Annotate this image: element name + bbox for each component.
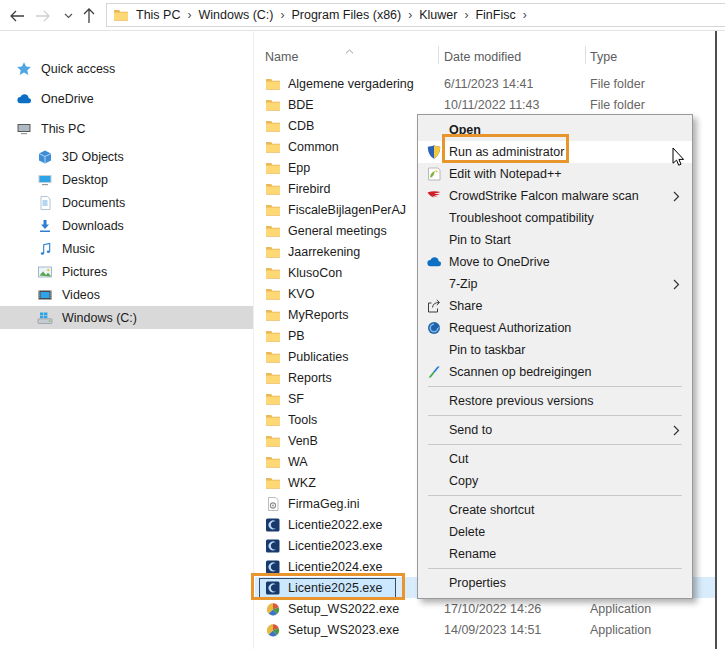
context-menu-item-edit-with-notepad[interactable]: Edit with Notepad++	[418, 163, 692, 185]
folder-icon	[265, 139, 281, 155]
file-name: KlusoCon	[288, 266, 342, 280]
context-menu-item-share[interactable]: Share	[418, 295, 692, 317]
context-menu-item-label: Open	[449, 123, 682, 137]
context-menu-item-label: Pin to taskbar	[449, 343, 682, 357]
breadcrumb-separator[interactable]: ›	[521, 8, 529, 22]
menu-separator	[428, 568, 682, 569]
breadcrumb-item-program-files-x86[interactable]: Program Files (x86)	[286, 8, 406, 22]
sidebar-item-label: Videos	[62, 288, 100, 302]
file-name-cell: FiscaleBijlagenPerAJ	[255, 200, 438, 220]
crowdstrike-falcon-icon	[425, 188, 442, 204]
context-menu-item-open[interactable]: Open	[418, 119, 692, 141]
sidebar-item-onedrive[interactable]: OneDrive	[0, 85, 253, 113]
context-menu-item-label: Properties	[449, 576, 682, 590]
column-header-type[interactable]: Type	[590, 50, 617, 64]
file-row-setup-ws2023-exe[interactable]: Setup_WS2023.exe14/09/2023 14:51Applicat…	[255, 619, 717, 640]
file-name-cell: Licentie2022.exe	[255, 515, 438, 535]
sidebar-item-quick-access[interactable]: Quick access	[0, 55, 253, 83]
sidebar-item-downloads[interactable]: Downloads	[0, 214, 253, 237]
context-menu-item-troubleshoot-compatibility[interactable]: Troubleshoot compatibility	[418, 207, 692, 229]
file-name-cell: VenB	[255, 431, 438, 451]
breadcrumb-item-finfisc[interactable]: FinFisc	[470, 8, 520, 22]
file-name-cell: Licentie2023.exe	[255, 536, 438, 556]
sidebar-item-label: Desktop	[62, 173, 108, 187]
sort-ascending-icon	[345, 43, 354, 57]
breadcrumb-item-this-pc[interactable]: This PC	[131, 8, 185, 22]
file-name: Epp	[288, 161, 310, 175]
context-menu-item-properties[interactable]: Properties	[418, 572, 692, 594]
file-name: WKZ	[288, 476, 316, 490]
sidebar-item-windows-c[interactable]: Windows (C:)	[0, 306, 253, 329]
sidebar-item-videos[interactable]: Videos	[0, 283, 253, 306]
notepad-plus-plus-icon	[425, 166, 442, 182]
pictures-icon	[37, 264, 54, 280]
folder-icon	[265, 391, 281, 407]
file-name-cell: KlusoCon	[255, 263, 438, 283]
file-name: PB	[288, 329, 305, 343]
sidebar-item-music[interactable]: Music	[0, 237, 253, 260]
context-menu-item-create-shortcut[interactable]: Create shortcut	[418, 499, 692, 521]
context-menu-item-run-as-administrator[interactable]: Run as administrator	[418, 141, 692, 163]
column-header-name[interactable]: Name	[265, 50, 298, 64]
file-name: Setup_WS2023.exe	[288, 623, 399, 637]
context-menu-item-request-authorization[interactable]: Request Authorization	[418, 317, 692, 339]
file-name: Setup_WS2022.exe	[288, 602, 399, 616]
file-date-modified: 17/10/2022 14:26	[438, 602, 585, 616]
context-menu-item-label: Cut	[449, 452, 682, 466]
recent-locations-chevron-down-icon[interactable]	[57, 7, 79, 25]
up-button[interactable]	[78, 7, 100, 25]
context-menu-item-label: 7-Zip	[449, 277, 673, 291]
file-row-setup-ws2022-exe[interactable]: Setup_WS2022.exe17/10/2022 14:26Applicat…	[255, 598, 717, 619]
breadcrumb-item-windows-c[interactable]: Windows (C:)	[193, 8, 278, 22]
this-pc-icon	[16, 121, 33, 137]
file-name-cell: WA	[255, 452, 438, 472]
folder-icon	[265, 223, 281, 239]
breadcrumb-item-kluwer[interactable]: Kluwer	[414, 8, 462, 22]
context-menu-item-copy[interactable]: Copy	[418, 470, 692, 492]
context-menu-item-pin-to-start[interactable]: Pin to Start	[418, 229, 692, 251]
context-menu-item-cut[interactable]: Cut	[418, 448, 692, 470]
file-name-cell: General meetings	[255, 221, 438, 241]
file-name-cell: FirmaGeg.ini	[255, 494, 438, 514]
folder-icon	[265, 118, 281, 134]
file-name: Firebird	[288, 182, 330, 196]
context-menu-item-pin-to-taskbar[interactable]: Pin to taskbar	[418, 339, 692, 361]
file-name: KVO	[288, 287, 314, 301]
file-name: Licentie2025.exe	[288, 581, 383, 595]
context-menu-item-move-to-onedrive[interactable]: Move to OneDrive	[418, 251, 692, 273]
context-menu-item-7-zip[interactable]: 7-Zip	[418, 273, 692, 295]
sidebar-item-label: Quick access	[41, 62, 115, 76]
context-menu-item-crowdstrike-falcon-malware-scan[interactable]: CrowdStrike Falcon malware scan	[418, 185, 692, 207]
file-name-cell: Algemene vergadering	[255, 74, 438, 94]
forward-button[interactable]	[32, 7, 54, 25]
context-menu-item-restore-previous-versions[interactable]: Restore previous versions	[418, 390, 692, 412]
file-name-cell: Epp	[255, 158, 438, 178]
column-divider[interactable]	[438, 46, 439, 64]
sidebar: Quick accessOneDriveThis PC3D ObjectsDes…	[0, 31, 254, 649]
file-row-algemene-vergadering[interactable]: Algemene vergadering6/11/2023 14:41File …	[255, 73, 717, 94]
file-name: BDE	[288, 98, 314, 112]
menu-separator	[428, 495, 682, 496]
context-menu-item-scannen-op-bedreigingen[interactable]: Scannen op bedreigingen	[418, 361, 692, 383]
sidebar-item-label: This PC	[41, 122, 85, 136]
file-name: FirmaGeg.ini	[288, 497, 360, 511]
installer-exe-icon	[265, 559, 281, 575]
back-button[interactable]	[6, 7, 28, 25]
window-right-border	[715, 31, 717, 649]
column-divider[interactable]	[585, 46, 586, 64]
address-bar[interactable]: This PC›Windows (C:)›Program Files (x86)…	[106, 3, 725, 27]
sidebar-item-pictures[interactable]: Pictures	[0, 260, 253, 283]
file-name: Algemene vergadering	[288, 77, 414, 91]
sidebar-item-documents[interactable]: Documents	[0, 191, 253, 214]
sidebar-item-desktop[interactable]: Desktop	[0, 168, 253, 191]
context-menu-item-rename[interactable]: Rename	[418, 543, 692, 565]
sidebar-item-this-pc[interactable]: This PC	[0, 115, 253, 143]
sidebar-item-3d-objects[interactable]: 3D Objects	[0, 145, 253, 168]
context-menu-item-send-to[interactable]: Send to	[418, 419, 692, 441]
file-name-cell: Firebird	[255, 179, 438, 199]
sidebar-item-label: Windows (C:)	[62, 311, 137, 325]
setup-exe-icon	[265, 601, 281, 617]
context-menu-item-delete[interactable]: Delete	[418, 521, 692, 543]
column-header-date-modified[interactable]: Date modified	[444, 50, 521, 64]
file-row-bde[interactable]: BDE10/11/2022 11:43File folder	[255, 94, 717, 115]
